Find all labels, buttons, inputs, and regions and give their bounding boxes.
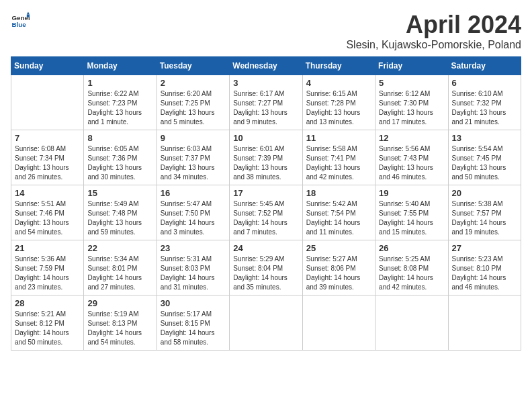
calendar-day-17: 17Sunrise: 5:45 AM Sunset: 7:52 PM Dayli…: [230, 185, 302, 240]
calendar-day-14: 14Sunrise: 5:51 AM Sunset: 7:46 PM Dayli…: [11, 185, 84, 240]
day-number: 11: [306, 133, 371, 143]
calendar-day-21: 21Sunrise: 5:36 AM Sunset: 7:59 PM Dayli…: [11, 240, 84, 295]
day-number: 6: [452, 78, 517, 88]
calendar-empty-cell: [11, 75, 84, 130]
calendar-weekday-friday: Friday: [375, 57, 448, 75]
calendar-week-row-5: 28Sunrise: 5:21 AM Sunset: 8:12 PM Dayli…: [11, 295, 521, 351]
day-number: 9: [161, 133, 226, 143]
day-info: Sunrise: 5:25 AM Sunset: 8:08 PM Dayligh…: [379, 255, 444, 292]
calendar-day-27: 27Sunrise: 5:23 AM Sunset: 8:10 PM Dayli…: [448, 240, 521, 295]
day-info: Sunrise: 5:38 AM Sunset: 7:57 PM Dayligh…: [452, 199, 517, 237]
calendar-empty-cell: [230, 295, 302, 351]
day-number: 13: [452, 133, 517, 143]
day-info: Sunrise: 6:03 AM Sunset: 7:37 PM Dayligh…: [161, 144, 226, 182]
day-number: 23: [161, 243, 226, 253]
day-number: 20: [452, 188, 517, 198]
day-number: 14: [15, 188, 80, 198]
month-title: April 2024: [346, 11, 521, 39]
calendar-weekday-monday: Monday: [84, 57, 157, 75]
day-number: 1: [87, 78, 152, 88]
day-info: Sunrise: 6:08 AM Sunset: 7:34 PM Dayligh…: [15, 144, 80, 182]
day-info: Sunrise: 6:20 AM Sunset: 7:25 PM Dayligh…: [161, 89, 226, 127]
day-number: 4: [306, 78, 371, 88]
calendar-day-4: 4Sunrise: 6:15 AM Sunset: 7:28 PM Daylig…: [302, 75, 375, 130]
calendar-empty-cell: [448, 295, 521, 351]
location-subtitle: Slesin, Kujawsko-Pomorskie, Poland: [346, 39, 521, 51]
day-number: 5: [379, 78, 444, 88]
day-info: Sunrise: 5:19 AM Sunset: 8:13 PM Dayligh…: [87, 310, 152, 347]
day-number: 22: [87, 243, 152, 253]
calendar-header-row: SundayMondayTuesdayWednesdayThursdayFrid…: [11, 57, 521, 75]
calendar-empty-cell: [302, 295, 375, 351]
calendar-weekday-saturday: Saturday: [448, 57, 521, 75]
calendar-week-row-3: 14Sunrise: 5:51 AM Sunset: 7:46 PM Dayli…: [11, 185, 521, 240]
calendar-day-24: 24Sunrise: 5:29 AM Sunset: 8:04 PM Dayli…: [230, 240, 302, 295]
calendar-day-7: 7Sunrise: 6:08 AM Sunset: 7:34 PM Daylig…: [11, 130, 84, 185]
calendar-day-3: 3Sunrise: 6:17 AM Sunset: 7:27 PM Daylig…: [230, 75, 302, 130]
day-info: Sunrise: 5:34 AM Sunset: 8:01 PM Dayligh…: [87, 255, 152, 292]
calendar-day-5: 5Sunrise: 6:12 AM Sunset: 7:30 PM Daylig…: [375, 75, 448, 130]
day-number: 2: [161, 78, 226, 88]
day-number: 29: [87, 298, 152, 308]
calendar-day-13: 13Sunrise: 5:54 AM Sunset: 7:45 PM Dayli…: [448, 130, 521, 185]
calendar-day-22: 22Sunrise: 5:34 AM Sunset: 8:01 PM Dayli…: [84, 240, 157, 295]
day-info: Sunrise: 5:56 AM Sunset: 7:43 PM Dayligh…: [379, 144, 444, 182]
calendar-day-30: 30Sunrise: 5:17 AM Sunset: 8:15 PM Dayli…: [157, 295, 229, 351]
day-number: 19: [379, 188, 444, 198]
svg-text:Blue: Blue: [11, 21, 26, 28]
day-number: 17: [233, 188, 298, 198]
day-info: Sunrise: 6:17 AM Sunset: 7:27 PM Dayligh…: [233, 89, 298, 127]
day-info: Sunrise: 6:10 AM Sunset: 7:32 PM Dayligh…: [452, 89, 517, 127]
page-header: General Blue April 2024 Slesin, Kujawsko…: [11, 11, 521, 51]
day-info: Sunrise: 6:05 AM Sunset: 7:36 PM Dayligh…: [87, 144, 152, 182]
day-info: Sunrise: 6:22 AM Sunset: 7:23 PM Dayligh…: [87, 89, 152, 127]
calendar-day-28: 28Sunrise: 5:21 AM Sunset: 8:12 PM Dayli…: [11, 295, 84, 351]
day-number: 21: [15, 243, 80, 253]
calendar-day-16: 16Sunrise: 5:47 AM Sunset: 7:50 PM Dayli…: [157, 185, 229, 240]
calendar-day-8: 8Sunrise: 6:05 AM Sunset: 7:36 PM Daylig…: [84, 130, 157, 185]
day-number: 3: [233, 78, 298, 88]
calendar-week-row-2: 7Sunrise: 6:08 AM Sunset: 7:34 PM Daylig…: [11, 130, 521, 185]
calendar-day-10: 10Sunrise: 6:01 AM Sunset: 7:39 PM Dayli…: [230, 130, 302, 185]
day-info: Sunrise: 5:23 AM Sunset: 8:10 PM Dayligh…: [452, 255, 517, 292]
calendar-week-row-4: 21Sunrise: 5:36 AM Sunset: 7:59 PM Dayli…: [11, 240, 521, 295]
calendar-day-29: 29Sunrise: 5:19 AM Sunset: 8:13 PM Dayli…: [84, 295, 157, 351]
day-number: 24: [233, 243, 298, 253]
day-number: 16: [161, 188, 226, 198]
day-info: Sunrise: 5:27 AM Sunset: 8:06 PM Dayligh…: [306, 255, 371, 292]
day-number: 12: [379, 133, 444, 143]
calendar-day-12: 12Sunrise: 5:56 AM Sunset: 7:43 PM Dayli…: [375, 130, 448, 185]
calendar-empty-cell: [375, 295, 448, 351]
day-info: Sunrise: 5:45 AM Sunset: 7:52 PM Dayligh…: [233, 199, 298, 237]
day-info: Sunrise: 5:49 AM Sunset: 7:48 PM Dayligh…: [87, 199, 152, 237]
svg-marker-2: [27, 11, 30, 14]
logo: General Blue: [11, 11, 30, 30]
calendar-day-11: 11Sunrise: 5:58 AM Sunset: 7:41 PM Dayli…: [302, 130, 375, 185]
calendar-day-6: 6Sunrise: 6:10 AM Sunset: 7:32 PM Daylig…: [448, 75, 521, 130]
day-info: Sunrise: 5:36 AM Sunset: 7:59 PM Dayligh…: [15, 255, 80, 292]
calendar-week-row-1: 1Sunrise: 6:22 AM Sunset: 7:23 PM Daylig…: [11, 75, 521, 130]
calendar-day-23: 23Sunrise: 5:31 AM Sunset: 8:03 PM Dayli…: [157, 240, 229, 295]
calendar-day-2: 2Sunrise: 6:20 AM Sunset: 7:25 PM Daylig…: [157, 75, 229, 130]
day-info: Sunrise: 5:54 AM Sunset: 7:45 PM Dayligh…: [452, 144, 517, 182]
calendar-day-19: 19Sunrise: 5:40 AM Sunset: 7:55 PM Dayli…: [375, 185, 448, 240]
calendar-day-25: 25Sunrise: 5:27 AM Sunset: 8:06 PM Dayli…: [302, 240, 375, 295]
day-number: 18: [306, 188, 371, 198]
day-info: Sunrise: 6:15 AM Sunset: 7:28 PM Dayligh…: [306, 89, 371, 127]
calendar-day-18: 18Sunrise: 5:42 AM Sunset: 7:54 PM Dayli…: [302, 185, 375, 240]
day-number: 25: [306, 243, 371, 253]
calendar-weekday-wednesday: Wednesday: [230, 57, 302, 75]
calendar-weekday-tuesday: Tuesday: [157, 57, 229, 75]
day-info: Sunrise: 5:29 AM Sunset: 8:04 PM Dayligh…: [233, 255, 298, 292]
day-info: Sunrise: 5:58 AM Sunset: 7:41 PM Dayligh…: [306, 144, 371, 182]
day-number: 30: [161, 298, 226, 308]
day-info: Sunrise: 6:12 AM Sunset: 7:30 PM Dayligh…: [379, 89, 444, 127]
day-info: Sunrise: 5:40 AM Sunset: 7:55 PM Dayligh…: [379, 199, 444, 237]
day-info: Sunrise: 5:51 AM Sunset: 7:46 PM Dayligh…: [15, 199, 80, 237]
calendar-day-15: 15Sunrise: 5:49 AM Sunset: 7:48 PM Dayli…: [84, 185, 157, 240]
day-number: 10: [233, 133, 298, 143]
day-info: Sunrise: 6:01 AM Sunset: 7:39 PM Dayligh…: [233, 144, 298, 182]
day-number: 28: [15, 298, 80, 308]
day-info: Sunrise: 5:47 AM Sunset: 7:50 PM Dayligh…: [161, 199, 226, 237]
calendar-day-9: 9Sunrise: 6:03 AM Sunset: 7:37 PM Daylig…: [157, 130, 229, 185]
